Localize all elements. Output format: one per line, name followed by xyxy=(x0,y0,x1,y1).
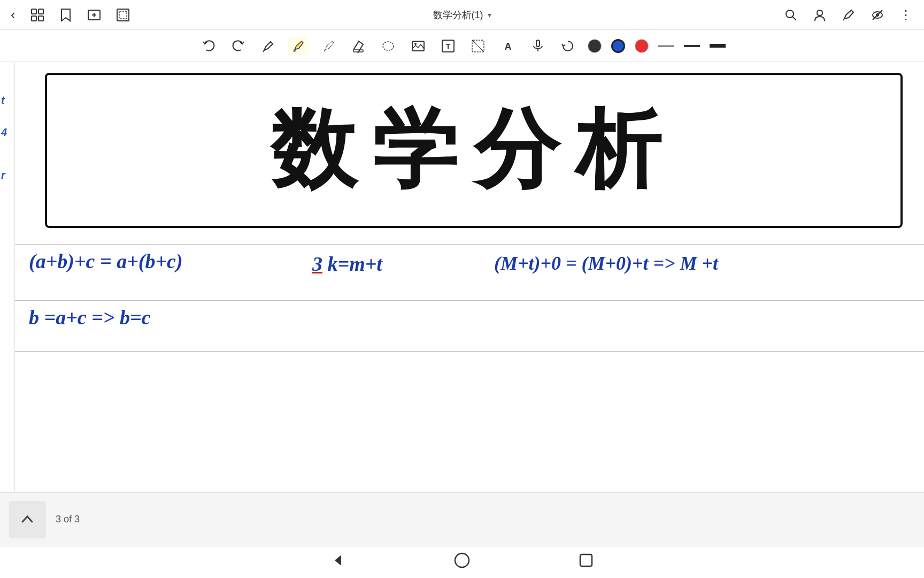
svg-text:T: T xyxy=(446,42,451,51)
eye-slash-button[interactable] xyxy=(868,6,887,24)
svg-point-20 xyxy=(383,42,394,50)
nav-back-button[interactable] xyxy=(329,552,346,573)
svg-rect-8 xyxy=(119,11,127,19)
svg-marker-30 xyxy=(335,555,341,566)
nav-recents-icon xyxy=(578,552,595,569)
svg-rect-28 xyxy=(536,40,540,47)
title-chevron-icon[interactable]: ▾ xyxy=(488,11,491,19)
highlighter-button[interactable] xyxy=(288,37,309,55)
svg-point-22 xyxy=(414,43,417,45)
page-count-label: 3 of 3 xyxy=(56,514,80,525)
svg-line-11 xyxy=(843,19,844,20)
shape-button[interactable] xyxy=(468,37,488,55)
nav-home-icon xyxy=(453,552,471,569)
svg-rect-32 xyxy=(580,554,592,566)
thumbnail-collapse-button[interactable] xyxy=(9,501,46,538)
chinese-title-text: 数学分析 xyxy=(271,93,677,208)
svg-line-17 xyxy=(294,51,296,51)
text-button[interactable]: T xyxy=(438,37,458,55)
svg-line-15 xyxy=(263,50,264,52)
back-button[interactable]: ‹ xyxy=(9,4,18,25)
profile-icon xyxy=(813,8,827,22)
type-text-icon: A xyxy=(501,39,515,53)
text-icon: T xyxy=(441,39,455,53)
left-partial-text-4: 4 xyxy=(1,126,7,139)
crop-button[interactable] xyxy=(114,6,132,24)
highlighter-icon xyxy=(291,39,305,53)
bookmark-button[interactable] xyxy=(57,6,74,24)
svg-rect-2 xyxy=(32,16,36,21)
pen-button[interactable] xyxy=(258,37,279,55)
more-button[interactable]: ⋮ xyxy=(897,5,915,25)
title-box: 数学分析 xyxy=(45,73,903,228)
eraser-icon xyxy=(351,39,365,53)
page-content: 数学分析 (a+b)+c = a+(b+c) 3 k=m+t (M+t)+0 =… xyxy=(13,62,924,492)
math-line-1: (a+b)+c = a+(b+c) xyxy=(29,249,183,273)
eraser-button[interactable] xyxy=(348,37,368,55)
math-line-2-part2: (M+t)+0 = (M+0)+t => M +t xyxy=(494,252,718,275)
crop-icon xyxy=(116,8,130,22)
svg-point-31 xyxy=(455,553,469,567)
toolbar: T A xyxy=(0,30,924,62)
image-button[interactable] xyxy=(408,37,428,55)
nav-recents-button[interactable] xyxy=(578,552,595,573)
svg-rect-19 xyxy=(353,50,363,52)
svg-rect-0 xyxy=(32,9,36,14)
undo-button[interactable] xyxy=(198,37,219,55)
svg-point-9 xyxy=(786,10,794,18)
nav-bar xyxy=(0,546,924,578)
search-icon xyxy=(784,8,798,22)
lasso-button[interactable] xyxy=(378,37,398,55)
image-icon xyxy=(411,39,425,53)
separator-line-1 xyxy=(13,244,924,245)
rotate-icon xyxy=(561,39,575,53)
left-partial-text-r: r xyxy=(1,169,5,181)
search-button[interactable] xyxy=(782,6,800,24)
redo-button[interactable] xyxy=(228,37,249,55)
svg-line-10 xyxy=(793,17,797,20)
type-text-button[interactable]: A xyxy=(498,37,518,55)
left-partial-text-t: t xyxy=(1,94,5,107)
math-line-3: b =a+c => b=c xyxy=(29,306,151,329)
svg-rect-3 xyxy=(38,16,43,21)
svg-line-18 xyxy=(324,50,325,51)
separator-line-2 xyxy=(13,300,924,301)
chevron-up-icon xyxy=(20,512,35,527)
mic-button[interactable] xyxy=(528,37,548,55)
thumbnail-bar: 3 of 3 xyxy=(0,492,924,546)
line-thin-button[interactable] xyxy=(658,45,674,47)
undo-icon xyxy=(202,39,215,53)
grid-button[interactable] xyxy=(28,6,47,24)
color-blue-button[interactable] xyxy=(611,39,625,53)
profile-button[interactable] xyxy=(811,6,829,24)
main-canvas-area[interactable]: t 4 r 数学分析 (a+b)+c = a+(b+c) 3 k=m+t (M+… xyxy=(0,62,924,492)
math-line-2-part1: 3 k=m+t xyxy=(312,252,382,276)
pen-icon xyxy=(261,39,275,53)
nav-home-button[interactable] xyxy=(453,552,471,573)
pencil-button[interactable] xyxy=(318,37,338,55)
grid-icon xyxy=(30,8,44,22)
redo-icon xyxy=(232,39,245,53)
rotate-button[interactable] xyxy=(558,37,578,55)
color-dark-button[interactable] xyxy=(588,39,602,53)
bookmark-icon xyxy=(59,8,72,22)
add-icon xyxy=(87,8,101,22)
eye-slash-icon xyxy=(871,8,884,22)
pen-mode-icon xyxy=(842,8,856,22)
lasso-icon xyxy=(381,39,395,53)
svg-line-26 xyxy=(472,40,484,52)
separator-line-3 xyxy=(13,351,924,352)
line-medium-button[interactable] xyxy=(684,45,700,47)
pen-mode-button[interactable] xyxy=(840,6,858,24)
document-title: 数学分析(1) xyxy=(433,9,483,21)
shape-icon xyxy=(471,39,485,53)
svg-text:A: A xyxy=(505,41,512,52)
svg-rect-1 xyxy=(38,9,43,14)
top-bar: ‹ xyxy=(0,0,924,30)
nav-back-icon xyxy=(329,552,346,569)
pencil-icon xyxy=(321,39,335,53)
color-red-button[interactable] xyxy=(635,39,649,53)
add-button[interactable] xyxy=(85,6,103,24)
mic-icon xyxy=(531,39,545,53)
line-thick-button[interactable] xyxy=(710,44,726,48)
